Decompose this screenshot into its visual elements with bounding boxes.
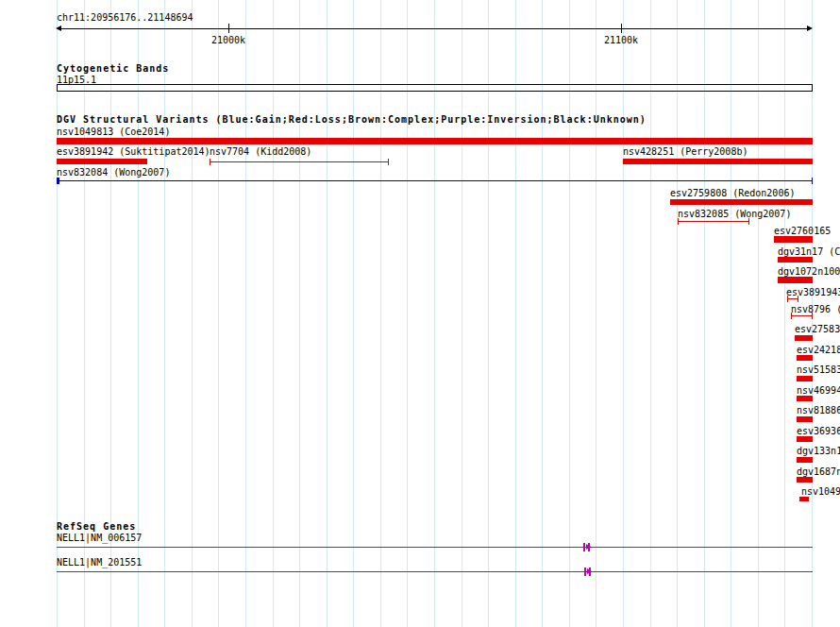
variant-bracket-tick-right <box>748 218 749 225</box>
variant-label[interactable]: dgv31n17 (C <box>778 246 840 257</box>
variant-label[interactable]: dgv1687n <box>797 466 840 477</box>
gene-exon-tick <box>584 568 586 576</box>
gene-line[interactable] <box>57 571 813 572</box>
variant-bracket-tick-right <box>388 159 389 165</box>
variant-bracket-tick-left <box>57 178 59 184</box>
variant-label[interactable]: esv2759808 (Redon2006) <box>670 188 795 198</box>
variant-bar[interactable] <box>57 138 813 144</box>
variant-bar[interactable] <box>797 376 813 381</box>
variant-bracket-tick-left <box>791 313 792 319</box>
variant-label[interactable]: nsv51583 <box>797 364 840 375</box>
ruler-tick-label: 21000k <box>211 35 245 45</box>
ruler-right-arrow-icon <box>807 25 813 31</box>
variant-bracket-line <box>791 315 813 316</box>
variant-bracket-tick-right <box>812 313 813 319</box>
gene-strand-arrow-icon <box>587 568 592 574</box>
variant-bar[interactable] <box>774 236 813 243</box>
variant-label[interactable]: nsv428251 (Perry2008b) <box>623 146 748 157</box>
variant-label[interactable]: nsv46994 <box>797 385 840 396</box>
variant-bracket-line <box>57 180 813 181</box>
variant-label[interactable]: esv27583 <box>795 324 840 334</box>
gene-strand-arrow-icon <box>586 544 591 550</box>
variant-bar[interactable] <box>797 355 813 361</box>
variant-bar[interactable] <box>797 416 813 422</box>
variant-bar[interactable] <box>797 396 813 401</box>
variant-label[interactable]: esv2760165 <box>774 226 831 236</box>
ruler-left-arrow-icon <box>56 25 61 31</box>
variant-bracket[interactable] <box>787 296 798 302</box>
variant-bar[interactable] <box>797 457 813 463</box>
variant-label[interactable]: nsv81886 <box>797 405 840 415</box>
variant-bracket[interactable] <box>210 159 389 165</box>
variant-bar[interactable] <box>778 257 813 263</box>
variant-bar[interactable] <box>778 277 813 283</box>
variant-bar[interactable] <box>57 159 147 164</box>
ruler-position: chr11:20956176..21148694 <box>57 12 193 23</box>
variant-bracket-line <box>678 221 749 222</box>
variant-bar[interactable] <box>623 159 813 164</box>
variant-bracket[interactable] <box>678 218 749 225</box>
ruler-tick-label: 21100k <box>604 35 638 45</box>
variant-bracket[interactable] <box>57 178 813 184</box>
variant-bracket-tick-right <box>798 296 798 302</box>
variant-label[interactable]: nsv1049 <box>801 486 840 497</box>
gene-label[interactable]: NELL1|NM_201551 <box>57 557 142 568</box>
variant-label[interactable]: esv3891942 (Suktitipat2014) <box>57 146 210 157</box>
grid-lines <box>57 0 813 627</box>
cytoband[interactable] <box>57 84 813 92</box>
variant-label[interactable]: dgv1072n100 <box>778 266 840 277</box>
variant-bracket-tick-left <box>787 296 788 302</box>
variant-bar[interactable] <box>670 199 813 205</box>
variant-bar[interactable] <box>797 477 813 483</box>
variant-label[interactable]: esv24218 <box>797 345 840 355</box>
ruler-tick <box>621 24 622 33</box>
genome-browser: chr11:20956176..21148694 21000k21100k Cy… <box>0 0 840 627</box>
variant-bracket-line <box>210 161 389 162</box>
cytobands-title: Cytogenetic Bands <box>57 63 169 74</box>
variant-label[interactable]: nsv832084 (Wong2007) <box>57 167 170 178</box>
variant-bracket-tick-left <box>210 159 210 165</box>
ruler-tick <box>228 24 229 33</box>
variant-bracket-tick-right <box>812 178 813 184</box>
variant-bracket[interactable] <box>791 313 813 319</box>
variant-label[interactable]: nsv7704 (Kidd2008) <box>210 146 311 157</box>
ruler-line <box>60 28 809 29</box>
gene-label[interactable]: NELL1|NM_006157 <box>57 533 142 543</box>
gene-exon-tick <box>583 543 585 551</box>
variant-bar[interactable] <box>795 335 813 341</box>
variant-label[interactable]: dgv133n1 <box>797 446 840 456</box>
variant-label[interactable]: nsv1049813 (Coe2014) <box>57 127 170 137</box>
gene-line[interactable] <box>57 547 813 548</box>
variant-bracket-tick-left <box>678 218 679 225</box>
dgv-title: DGV Structural Variants (Blue:Gain;Red:L… <box>57 114 647 125</box>
variant-bar[interactable] <box>797 436 813 442</box>
refseq-title: RefSeq Genes <box>57 521 136 532</box>
variant-label[interactable]: esv36936 <box>797 426 840 436</box>
variant-bar[interactable] <box>799 497 809 501</box>
